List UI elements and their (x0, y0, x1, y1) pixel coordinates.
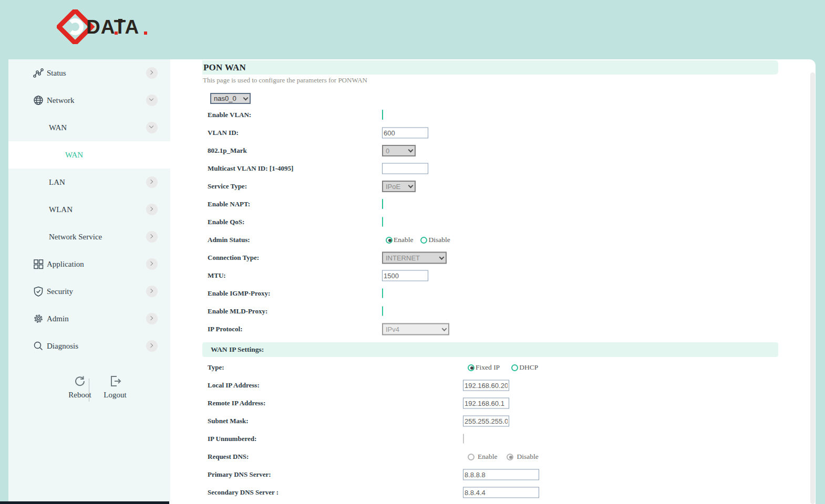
sidebar-item-label: Admin (47, 314, 69, 323)
shield-icon (33, 286, 44, 297)
svg-text:DATA: DATA (86, 16, 139, 38)
sidebar-item-admin[interactable]: Admin (8, 305, 170, 332)
field-label: Primary DNS Server: (208, 470, 271, 479)
sidebar-item-label: WLAN (49, 205, 73, 214)
chevron-right-icon[interactable] (146, 204, 158, 215)
type-fixed-ip-option[interactable]: Fixed IP (468, 363, 500, 372)
radio-icon[interactable] (468, 454, 475, 460)
admin-status-disable-option[interactable]: Disable (420, 236, 450, 244)
page-description: This page is used to configure the param… (203, 76, 816, 87)
field-label: MTU: (208, 271, 226, 280)
sidebar-item-diagnosis[interactable]: Diagnosis (8, 332, 170, 360)
enable-napt-checkbox[interactable] (382, 199, 383, 209)
sidebar-item-wlan[interactable]: WLAN (8, 196, 170, 223)
form-row-admin-status: Admin Status: Enable Disable (170, 231, 816, 249)
vlan-id-input[interactable] (382, 128, 428, 139)
connection-type-select[interactable]: INTERNET (382, 252, 447, 264)
radio-icon[interactable] (386, 237, 393, 244)
form-row-enable-napt: Enable NAPT: (170, 195, 816, 213)
sidebar-item-label: WAN (49, 123, 67, 132)
chevron-right-icon[interactable] (146, 176, 158, 188)
form-row-multicast-vlan-id: Multicast VLAN ID: [1-4095] (170, 160, 816, 177)
admin-status-enable-option[interactable]: Enable (386, 236, 413, 244)
reboot-button[interactable]: Reboot (61, 374, 98, 400)
form-row-ip-unnumbered: IP Unnumbered: (170, 430, 816, 448)
chevron-right-icon[interactable] (146, 258, 158, 270)
mtu-input[interactable] (382, 270, 428, 281)
igmp-proxy-checkbox[interactable] (382, 288, 383, 298)
field-label: Admin Status: (208, 236, 250, 244)
chevron-right-icon[interactable] (146, 340, 158, 352)
type-dhcp-option[interactable]: DHCP (511, 363, 538, 372)
form-row-secondary-dns: Secondary DNS Server : (170, 484, 816, 501)
page-title-band: PON WAN (202, 60, 778, 75)
form-row-mtu: MTU: (170, 267, 816, 285)
form-row-subnet-mask: Subnet Mask: (170, 412, 816, 430)
mld-proxy-checkbox[interactable] (382, 306, 383, 316)
sidebar-item-lan[interactable]: LAN (8, 169, 170, 196)
sidebar-item-wan[interactable]: WAN (8, 141, 170, 169)
grid-icon (33, 258, 44, 270)
secondary-dns-input[interactable] (463, 487, 539, 498)
chevron-right-icon[interactable] (146, 286, 158, 297)
logout-button[interactable]: Logout (97, 374, 133, 400)
form-row-service-type: Service Type: IPoE (170, 177, 816, 195)
chevron-right-icon[interactable] (146, 313, 158, 324)
sidebar-item-network-service[interactable]: Network Service (8, 223, 170, 250)
field-label: Enable VLAN: (208, 111, 251, 119)
radio-label: Enable (478, 453, 497, 461)
form-row-8021p-mark: 802.1p_Mark 0 (170, 142, 816, 160)
sidebar-item-network[interactable]: Network (8, 87, 170, 114)
sidebar-item-security[interactable]: Security (8, 278, 170, 305)
divider (89, 379, 89, 402)
radio-label: Enable (394, 236, 413, 244)
wan-ip-settings-section: Type: Fixed IP DHCP Local IP Address: Re… (170, 359, 816, 501)
field-label: IP Protocol: (208, 325, 243, 333)
chevron-right-icon[interactable] (146, 67, 158, 79)
form-row-igmp-proxy: Enable IGMP-Proxy: (170, 285, 816, 302)
radio-icon[interactable] (507, 454, 513, 460)
field-label: Enable IGMP-Proxy: (208, 289, 270, 298)
form-row-mld-proxy: Enable MLD-Proxy: (170, 302, 816, 320)
request-dns-radio-group: Enable Disable (468, 453, 539, 461)
service-type-select[interactable]: IPoE (382, 181, 416, 192)
form-row-primary-dns: Primary DNS Server: (170, 466, 816, 484)
wan-interface-select[interactable]: nas0_0 (210, 93, 251, 104)
ip-protocol-select[interactable]: IPv4 (382, 323, 449, 335)
sidebar-item-label: WAN (65, 151, 83, 160)
sidebar-item-status[interactable]: Status (8, 59, 170, 87)
request-dns-enable-option[interactable]: Enable (468, 453, 497, 461)
8021p-mark-select[interactable]: 0 (382, 145, 416, 156)
field-label: Enable MLD-Proxy: (208, 307, 267, 316)
radio-icon[interactable] (511, 364, 518, 371)
chevron-right-icon[interactable] (146, 231, 158, 243)
wan-ip-settings-band: WAN IP Settings: (202, 342, 778, 357)
remote-ip-input[interactable] (463, 398, 509, 409)
reboot-icon (73, 374, 87, 388)
radio-label: Fixed IP (476, 363, 500, 372)
globe-icon (33, 94, 44, 106)
field-label: Enable QoS: (208, 218, 244, 226)
field-label: Type: (208, 363, 224, 372)
request-dns-disable-option[interactable]: Disable (507, 453, 538, 461)
sidebar-item-label: Network Service (49, 233, 102, 242)
radio-label: Disable (517, 453, 538, 461)
sidebar-item-wan-group[interactable]: WAN (8, 114, 170, 141)
field-label: 802.1p_Mark (208, 146, 247, 155)
ip-unnumbered-checkbox[interactable] (463, 434, 464, 444)
local-ip-input[interactable] (463, 380, 509, 391)
radio-icon[interactable] (420, 237, 427, 244)
field-label: Remote IP Address: (208, 399, 265, 407)
enable-vlan-checkbox[interactable] (382, 110, 383, 120)
subnet-mask-input[interactable] (463, 416, 509, 427)
cdata-logo-icon: DATA (57, 9, 172, 44)
enable-qos-checkbox[interactable] (382, 217, 383, 227)
primary-dns-input[interactable] (463, 469, 539, 480)
radio-icon[interactable] (468, 364, 475, 371)
chevron-down-icon[interactable] (146, 94, 158, 106)
chevron-down-icon[interactable] (146, 122, 158, 133)
sidebar-item-application[interactable]: Application (8, 250, 170, 278)
field-label: Request DNS: (208, 453, 249, 461)
wan-form-section: Enable VLAN: VLAN ID: 802.1p_Mark 0 Mult… (170, 106, 816, 338)
multicast-vlan-id-input[interactable] (382, 163, 428, 174)
